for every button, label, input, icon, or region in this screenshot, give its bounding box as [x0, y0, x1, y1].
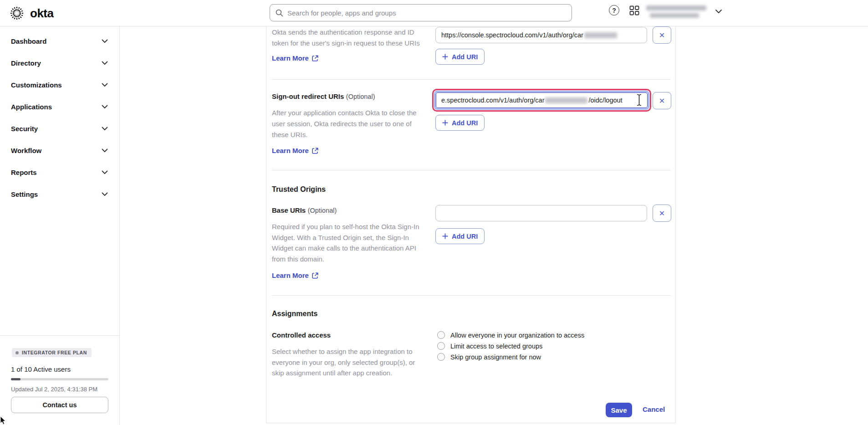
signin-add-uri-button[interactable]: Add URI	[435, 49, 485, 65]
radio-option-skip-assignment[interactable]: Skip group assignment for now	[437, 353, 541, 361]
base-uri-input[interactable]	[435, 205, 647, 221]
sidebar-item-customizations[interactable]: Customizations	[0, 74, 120, 96]
chevron-down-icon	[102, 124, 108, 133]
plan-footer: INTEGRATOR FREE PLAN 1 of 10 Active user…	[0, 335, 120, 425]
updated-timestamp: Updated Jul 2, 2025, 4:31:38 PM	[11, 386, 97, 393]
sidebar-item-dashboard[interactable]: Dashboard	[0, 30, 120, 52]
search-icon	[276, 9, 283, 17]
contact-us-button[interactable]: Contact us	[11, 397, 108, 413]
radio-icon	[437, 342, 445, 350]
signin-uris-description: Okta sends the authentication response a…	[272, 27, 430, 48]
app-settings-panel: Okta sends the authentication response a…	[266, 26, 676, 423]
input-focus-ring: e.spectrocloud.com/v1/auth/org/car /oidc…	[434, 91, 649, 110]
global-search-input[interactable]: Search for people, apps and groups	[270, 4, 572, 21]
radio-option-limit-groups[interactable]: Limit access to selected groups	[437, 342, 542, 350]
external-link-icon	[312, 55, 318, 61]
signout-uris-label: Sign-out redirect URIs (Optional)	[272, 92, 375, 101]
account-org-redacted	[650, 13, 699, 18]
sidebar-item-directory[interactable]: Directory	[0, 52, 120, 74]
users-progress-bar	[11, 378, 108, 380]
chevron-down-icon	[102, 59, 108, 67]
chevron-down-icon	[102, 146, 108, 154]
apps-grid-icon[interactable]	[629, 5, 640, 16]
base-uri-remove-button[interactable]: ✕	[653, 205, 671, 222]
section-divider	[272, 170, 671, 170]
base-uris-label: Base URIs (Optional)	[272, 206, 337, 215]
sidebar-item-applications[interactable]: Applications	[0, 96, 120, 118]
base-uris-description: Required if you plan to self-host the Ok…	[272, 221, 430, 264]
signout-learn-more-link[interactable]: Learn More	[272, 147, 318, 154]
plan-badge-label: INTEGRATOR FREE PLAN	[22, 350, 87, 355]
active-users-count: 1 of 10 Active users	[11, 365, 71, 373]
plus-icon	[442, 233, 448, 239]
okta-logo-text: okta	[30, 6, 53, 20]
radio-option-allow-everyone[interactable]: Allow everyone in your organization to a…	[437, 331, 584, 339]
sidebar-item-security[interactable]: Security	[0, 118, 120, 139]
redacted-uri-segment	[584, 32, 617, 38]
text-cursor	[637, 94, 642, 108]
signout-add-uri-button[interactable]: Add URI	[435, 115, 485, 131]
signin-uri-remove-button[interactable]: ✕	[653, 26, 671, 44]
chevron-down-icon[interactable]	[715, 7, 722, 15]
top-bar: okta Search for people, apps and groups …	[0, 0, 868, 26]
save-button[interactable]: Save	[606, 403, 632, 417]
controlled-access-description: Select whether to assign the app integra…	[272, 346, 424, 379]
redacted-uri-segment	[545, 97, 587, 103]
section-divider	[272, 295, 671, 296]
plus-icon	[442, 120, 448, 126]
status-dot-icon	[15, 351, 19, 354]
search-placeholder: Search for people, apps and groups	[287, 9, 396, 17]
help-icon[interactable]: ?	[609, 5, 619, 15]
signout-uri-input[interactable]: e.spectrocloud.com/v1/auth/org/car /oidc…	[436, 92, 648, 108]
section-divider	[272, 79, 671, 80]
radio-icon	[437, 331, 445, 339]
assignments-heading: Assignments	[272, 310, 317, 318]
sidebar-item-settings[interactable]: Settings	[0, 183, 120, 205]
sidebar-item-reports[interactable]: Reports	[0, 161, 120, 183]
account-name-redacted	[646, 5, 706, 10]
signin-uri-input[interactable]: https://console.spectrocloud.com/v1/auth…	[435, 27, 647, 43]
chevron-down-icon	[102, 190, 108, 198]
chevron-down-icon	[102, 81, 108, 89]
signout-uris-description: After your application contacts Okta to …	[272, 108, 430, 140]
signout-uri-remove-button[interactable]: ✕	[653, 92, 671, 109]
chevron-down-icon	[102, 102, 108, 111]
trusted-origins-learn-more-link[interactable]: Learn More	[272, 271, 318, 279]
plus-icon	[442, 54, 448, 60]
chevron-down-icon	[102, 37, 108, 45]
plan-badge: INTEGRATOR FREE PLAN	[12, 348, 92, 357]
account-menu[interactable]	[646, 4, 715, 21]
external-link-icon	[312, 272, 318, 279]
sidebar-item-workflow[interactable]: Workflow	[0, 139, 120, 161]
click-highlight-box: e.spectrocloud.com/v1/auth/org/car /oidc…	[432, 89, 651, 112]
radio-icon	[437, 353, 445, 361]
users-progress-fill	[11, 378, 20, 380]
mouse-cursor	[0, 416, 7, 425]
chevron-down-icon	[102, 168, 108, 176]
base-add-uri-button[interactable]: Add URI	[435, 228, 485, 244]
okta-logo[interactable]: okta	[8, 5, 53, 22]
signin-learn-more-link[interactable]: Learn More	[272, 54, 318, 62]
cancel-button[interactable]: Cancel	[643, 405, 665, 413]
trusted-origins-heading: Trusted Origins	[272, 185, 326, 194]
controlled-access-label: Controlled access	[272, 331, 331, 339]
external-link-icon	[312, 148, 318, 154]
okta-starburst-icon	[8, 5, 26, 22]
sidebar-nav: Dashboard Directory Customizations Appli…	[0, 26, 120, 425]
